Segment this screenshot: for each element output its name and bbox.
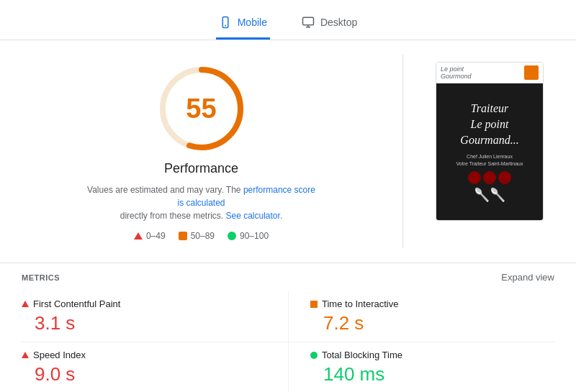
- screenshot-logo: Le pointGourmond: [441, 65, 472, 80]
- legend-red-label: 0–49: [146, 231, 166, 241]
- red-triangle-icon: [134, 232, 143, 240]
- svg-rect-2: [302, 17, 313, 25]
- screenshot-spoons: 🥄🥄: [474, 187, 505, 203]
- legend-red: 0–49: [134, 231, 166, 241]
- legend-orange-label: 50–89: [191, 231, 215, 241]
- metrics-section: METRICS Expand view First Contentful Pai…: [0, 263, 576, 392]
- legend-orange: 50–89: [179, 231, 215, 241]
- tab-desktop-label: Desktop: [320, 17, 357, 28]
- tab-desktop[interactable]: Desktop: [299, 10, 360, 40]
- note-text: Values are estimated and may vary. The: [87, 185, 240, 195]
- metric-tti-header: Time to Interactive: [310, 298, 544, 309]
- score-section: 55 Performance Values are estimated and …: [22, 55, 381, 248]
- red-triangle-icon-fcp: [22, 301, 29, 307]
- right-panel: Le pointGourmond TraiteurLe pointGourman…: [425, 55, 554, 248]
- legend-green: 90–100: [228, 231, 269, 241]
- vertical-divider: [402, 55, 403, 248]
- screenshot-frame: Le pointGourmond TraiteurLe pointGourman…: [436, 62, 544, 221]
- metric-tbt-value: 140 ms: [310, 363, 544, 386]
- red-triangle-icon-si: [22, 352, 29, 358]
- screenshot-title: TraiteurLe pointGourmand...: [460, 101, 518, 149]
- orange-square-icon-tti: [310, 301, 318, 308]
- main-content: 55 Performance Values are estimated and …: [0, 40, 576, 263]
- metric-fcp-name: First Contentful Paint: [33, 298, 120, 309]
- note-link2[interactable]: See calculator.: [226, 211, 283, 221]
- metric-tbt: Total Blocking Time 140 ms: [288, 342, 554, 392]
- metric-si-value: 9.0 s: [22, 363, 266, 386]
- green-circle-icon: [228, 232, 236, 240]
- metrics-title: METRICS: [22, 273, 60, 282]
- desktop-icon: [302, 16, 315, 29]
- metric-tbt-header: Total Blocking Time: [310, 350, 544, 360]
- dot-1: [468, 171, 481, 184]
- score-label: Performance: [164, 161, 238, 176]
- dot-3: [498, 171, 511, 184]
- tab-mobile[interactable]: Mobile: [216, 10, 270, 40]
- score-legend: 0–49 50–89 90–100: [134, 231, 269, 241]
- screenshot-orange-rect: [524, 65, 539, 80]
- metric-fcp: First Contentful Paint 3.1 s: [22, 291, 288, 342]
- metrics-grid: First Contentful Paint 3.1 s Time to Int…: [22, 291, 554, 392]
- tab-mobile-label: Mobile: [238, 17, 267, 28]
- green-circle-icon-tbt: [310, 352, 318, 359]
- metric-tti: Time to Interactive 7.2 s: [288, 291, 554, 342]
- note-middle: directly from these metrics.: [120, 211, 223, 221]
- mobile-icon: [219, 16, 232, 29]
- screenshot-image: TraiteurLe pointGourmand... Chef Julien …: [436, 83, 543, 220]
- score-value: 55: [186, 94, 216, 124]
- tab-bar: Mobile Desktop: [0, 0, 576, 40]
- left-panel: 55 Performance Values are estimated and …: [22, 55, 381, 248]
- orange-square-icon: [179, 232, 187, 240]
- dot-2: [483, 171, 496, 184]
- metric-fcp-value: 3.1 s: [22, 312, 266, 334]
- metric-tti-value: 7.2 s: [310, 312, 544, 334]
- metric-si: Speed Index 9.0 s: [22, 342, 288, 392]
- metric-fcp-header: First Contentful Paint: [22, 298, 266, 309]
- screenshot-subtitle: Chef Julien LienrauxVotre Traiteur Saint…: [456, 153, 523, 168]
- metrics-header: METRICS Expand view: [22, 272, 554, 283]
- score-circle: 55: [155, 62, 248, 155]
- legend-green-label: 90–100: [240, 231, 269, 241]
- screenshot-dots: [468, 171, 511, 184]
- score-note: Values are estimated and may vary. The p…: [86, 183, 317, 222]
- metric-si-header: Speed Index: [22, 350, 266, 360]
- screenshot-top-bar: Le pointGourmond: [436, 63, 543, 83]
- metric-tbt-name: Total Blocking Time: [322, 350, 402, 360]
- metric-tti-name: Time to Interactive: [322, 298, 398, 309]
- expand-view-button[interactable]: Expand view: [501, 272, 554, 283]
- metric-si-name: Speed Index: [33, 350, 86, 360]
